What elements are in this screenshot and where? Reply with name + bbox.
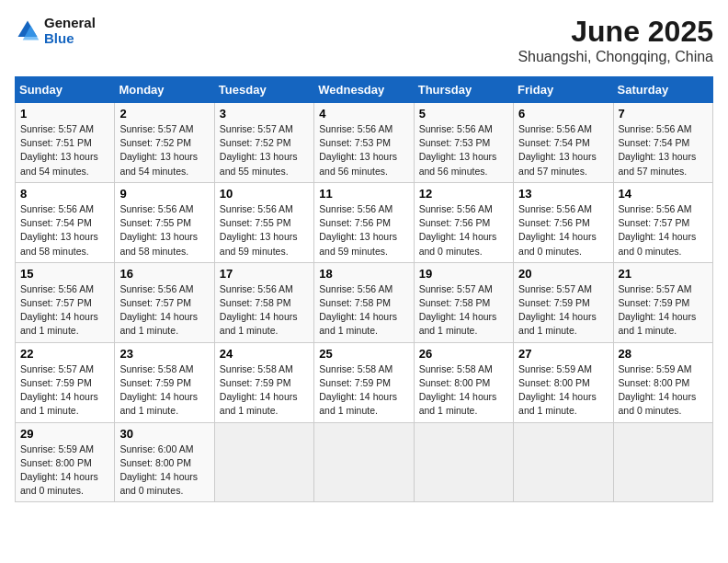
day-info: Sunrise: 5:56 AMSunset: 7:56 PMDaylight:… xyxy=(319,202,408,259)
location-title: Shuangshi, Chongqing, China xyxy=(518,49,713,65)
calendar-cell: 8Sunrise: 5:56 AMSunset: 7:54 PMDaylight… xyxy=(16,182,115,262)
day-info: Sunrise: 5:56 AMSunset: 7:58 PMDaylight:… xyxy=(220,282,309,339)
calendar-cell: 26Sunrise: 5:58 AMSunset: 8:00 PMDayligh… xyxy=(414,342,513,422)
day-info: Sunrise: 5:56 AMSunset: 7:55 PMDaylight:… xyxy=(119,202,209,259)
day-number: 27 xyxy=(518,347,608,361)
calendar-cell xyxy=(214,422,313,502)
day-info: Sunrise: 5:56 AMSunset: 7:56 PMDaylight:… xyxy=(518,202,608,259)
column-header-tuesday: Tuesday xyxy=(214,77,313,103)
header-row: SundayMondayTuesdayWednesdayThursdayFrid… xyxy=(16,77,713,103)
calendar-cell: 10Sunrise: 5:56 AMSunset: 7:55 PMDayligh… xyxy=(214,182,313,262)
calendar-cell: 21Sunrise: 5:57 AMSunset: 7:59 PMDayligh… xyxy=(613,262,712,342)
calendar-cell: 5Sunrise: 5:56 AMSunset: 7:53 PMDaylight… xyxy=(414,103,513,183)
day-info: Sunrise: 6:00 AMSunset: 8:00 PMDaylight:… xyxy=(119,442,209,499)
calendar-table: SundayMondayTuesdayWednesdayThursdayFrid… xyxy=(15,76,713,502)
day-number: 23 xyxy=(119,347,209,361)
calendar-cell: 27Sunrise: 5:59 AMSunset: 8:00 PMDayligh… xyxy=(514,342,613,422)
calendar-cell: 2Sunrise: 5:57 AMSunset: 7:52 PMDaylight… xyxy=(115,103,214,183)
day-info: Sunrise: 5:56 AMSunset: 7:53 PMDaylight:… xyxy=(419,122,508,178)
column-header-friday: Friday xyxy=(514,77,613,103)
day-number: 29 xyxy=(20,427,109,441)
week-row-2: 15Sunrise: 5:56 AMSunset: 7:57 PMDayligh… xyxy=(16,262,713,342)
day-number: 5 xyxy=(419,107,508,121)
calendar-cell: 25Sunrise: 5:58 AMSunset: 7:59 PMDayligh… xyxy=(314,342,414,422)
day-number: 9 xyxy=(119,187,209,201)
calendar-cell: 3Sunrise: 5:57 AMSunset: 7:52 PMDaylight… xyxy=(214,103,313,183)
day-number: 24 xyxy=(220,347,309,361)
day-info: Sunrise: 5:57 AMSunset: 7:51 PMDaylight:… xyxy=(20,122,109,178)
calendar-cell: 11Sunrise: 5:56 AMSunset: 7:56 PMDayligh… xyxy=(314,182,414,262)
day-info: Sunrise: 5:56 AMSunset: 7:55 PMDaylight:… xyxy=(220,202,309,259)
day-number: 6 xyxy=(518,107,608,121)
column-header-thursday: Thursday xyxy=(414,77,513,103)
calendar-cell: 9Sunrise: 5:56 AMSunset: 7:55 PMDaylight… xyxy=(115,182,214,262)
calendar-cell: 23Sunrise: 5:58 AMSunset: 7:59 PMDayligh… xyxy=(115,342,214,422)
calendar-cell: 6Sunrise: 5:56 AMSunset: 7:54 PMDaylight… xyxy=(514,103,613,183)
day-number: 13 xyxy=(518,187,608,201)
day-info: Sunrise: 5:57 AMSunset: 7:52 PMDaylight:… xyxy=(119,122,209,178)
day-number: 14 xyxy=(619,187,708,201)
day-info: Sunrise: 5:56 AMSunset: 7:57 PMDaylight:… xyxy=(119,282,209,339)
day-number: 10 xyxy=(220,187,309,201)
day-number: 11 xyxy=(319,187,408,201)
day-info: Sunrise: 5:56 AMSunset: 7:58 PMDaylight:… xyxy=(319,282,408,339)
calendar-cell: 24Sunrise: 5:58 AMSunset: 7:59 PMDayligh… xyxy=(214,342,313,422)
day-info: Sunrise: 5:56 AMSunset: 7:54 PMDaylight:… xyxy=(20,202,109,259)
day-info: Sunrise: 5:56 AMSunset: 7:57 PMDaylight:… xyxy=(20,282,109,339)
week-row-3: 22Sunrise: 5:57 AMSunset: 7:59 PMDayligh… xyxy=(16,342,713,422)
calendar-cell xyxy=(314,422,414,502)
title-area: June 2025 Shuangshi, Chongqing, China xyxy=(518,15,713,65)
day-info: Sunrise: 5:56 AMSunset: 7:54 PMDaylight:… xyxy=(518,122,608,178)
calendar-cell: 18Sunrise: 5:56 AMSunset: 7:58 PMDayligh… xyxy=(314,262,414,342)
calendar-cell: 13Sunrise: 5:56 AMSunset: 7:56 PMDayligh… xyxy=(514,182,613,262)
day-info: Sunrise: 5:56 AMSunset: 7:57 PMDaylight:… xyxy=(619,202,708,259)
day-number: 21 xyxy=(619,267,708,281)
calendar-cell: 20Sunrise: 5:57 AMSunset: 7:59 PMDayligh… xyxy=(514,262,613,342)
day-number: 28 xyxy=(619,347,708,361)
day-info: Sunrise: 5:59 AMSunset: 8:00 PMDaylight:… xyxy=(518,362,608,419)
week-row-0: 1Sunrise: 5:57 AMSunset: 7:51 PMDaylight… xyxy=(16,103,713,183)
day-info: Sunrise: 5:58 AMSunset: 8:00 PMDaylight:… xyxy=(419,362,508,419)
day-number: 12 xyxy=(419,187,508,201)
calendar-cell: 16Sunrise: 5:56 AMSunset: 7:57 PMDayligh… xyxy=(115,262,214,342)
column-header-saturday: Saturday xyxy=(613,77,712,103)
day-number: 19 xyxy=(419,267,508,281)
day-info: Sunrise: 5:58 AMSunset: 7:59 PMDaylight:… xyxy=(220,362,309,419)
day-info: Sunrise: 5:56 AMSunset: 7:53 PMDaylight:… xyxy=(319,122,408,178)
day-number: 15 xyxy=(20,267,109,281)
day-number: 1 xyxy=(20,107,109,121)
day-number: 7 xyxy=(619,107,708,121)
day-number: 26 xyxy=(419,347,508,361)
day-info: Sunrise: 5:56 AMSunset: 7:54 PMDaylight:… xyxy=(619,122,708,178)
day-info: Sunrise: 5:59 AMSunset: 8:00 PMDaylight:… xyxy=(20,442,109,499)
day-number: 22 xyxy=(20,347,109,361)
calendar-cell: 19Sunrise: 5:57 AMSunset: 7:58 PMDayligh… xyxy=(414,262,513,342)
calendar-cell: 29Sunrise: 5:59 AMSunset: 8:00 PMDayligh… xyxy=(16,422,115,502)
calendar-cell: 17Sunrise: 5:56 AMSunset: 7:58 PMDayligh… xyxy=(214,262,313,342)
logo-text: General Blue xyxy=(44,15,96,46)
day-number: 8 xyxy=(20,187,109,201)
day-number: 18 xyxy=(319,267,408,281)
day-info: Sunrise: 5:57 AMSunset: 7:59 PMDaylight:… xyxy=(518,282,608,339)
week-row-1: 8Sunrise: 5:56 AMSunset: 7:54 PMDaylight… xyxy=(16,182,713,262)
month-title: June 2025 xyxy=(518,15,713,49)
column-header-wednesday: Wednesday xyxy=(314,77,414,103)
calendar-cell: 7Sunrise: 5:56 AMSunset: 7:54 PMDaylight… xyxy=(613,103,712,183)
day-number: 17 xyxy=(220,267,309,281)
column-header-monday: Monday xyxy=(115,77,214,103)
day-number: 20 xyxy=(518,267,608,281)
calendar-cell: 28Sunrise: 5:59 AMSunset: 8:00 PMDayligh… xyxy=(613,342,712,422)
column-header-sunday: Sunday xyxy=(16,77,115,103)
day-info: Sunrise: 5:56 AMSunset: 7:56 PMDaylight:… xyxy=(419,202,508,259)
logo: General Blue xyxy=(15,15,96,46)
day-info: Sunrise: 5:57 AMSunset: 7:59 PMDaylight:… xyxy=(619,282,708,339)
day-info: Sunrise: 5:57 AMSunset: 7:59 PMDaylight:… xyxy=(20,362,109,419)
calendar-cell: 14Sunrise: 5:56 AMSunset: 7:57 PMDayligh… xyxy=(613,182,712,262)
day-info: Sunrise: 5:58 AMSunset: 7:59 PMDaylight:… xyxy=(319,362,408,419)
calendar-cell: 15Sunrise: 5:56 AMSunset: 7:57 PMDayligh… xyxy=(16,262,115,342)
day-number: 16 xyxy=(119,267,209,281)
calendar-cell: 4Sunrise: 5:56 AMSunset: 7:53 PMDaylight… xyxy=(314,103,414,183)
day-info: Sunrise: 5:59 AMSunset: 8:00 PMDaylight:… xyxy=(619,362,708,419)
day-number: 2 xyxy=(119,107,209,121)
day-number: 3 xyxy=(220,107,309,121)
